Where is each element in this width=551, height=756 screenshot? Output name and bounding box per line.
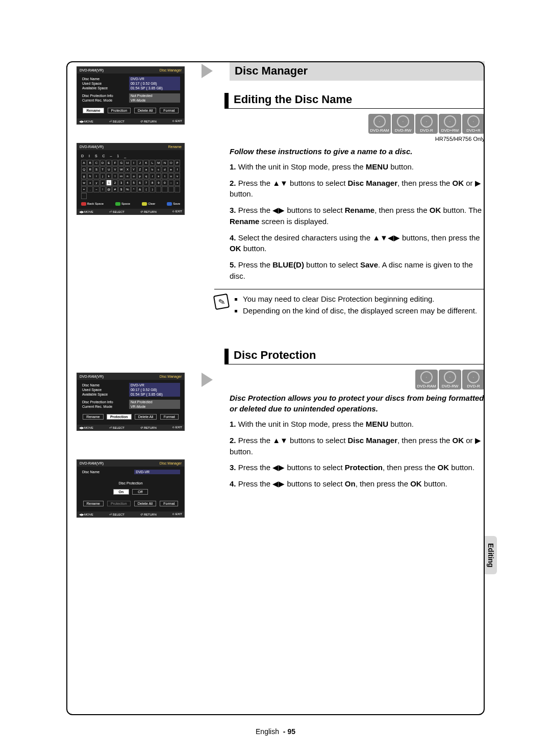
disc-badge: DVD-RAM [415,370,438,389]
intro-protect: Disc Protection allows you to protect yo… [230,393,485,415]
subheading-protect: Disc Protection [224,349,485,364]
disc-badge: DVD-RW [439,370,461,389]
section-title: Disc Manager [230,61,485,81]
osd-disc-manager-2: DVD-RAM(VR)Disc Manager Disc NameDVD-VR … [77,373,185,431]
disc-badge: DVD-R [462,370,485,389]
disc-badge: DVD-RAM [368,114,391,134]
note-icon: ✎ [213,293,230,309]
steps-edit: 1. With the unit in Stop mode, press the… [230,161,485,282]
page-footer: English - 95 [256,727,295,736]
disc-badge: DVD-RW [392,114,414,134]
note-item: You may need to clear Disc Protection be… [243,295,477,303]
disc-badge: DVD-R [415,114,438,134]
step-item: 4. Press the ◀▶ buttons to select On, th… [230,478,485,490]
step-item: 4. Select the desired characters using t… [230,232,485,255]
section-arrow-icon [202,64,213,78]
note-block: ✎ You may need to clear Disc Protection … [214,289,485,318]
osd-disc-manager: DVD-RAM(VR)Disc Manager Disc NameDVD-VR … [77,66,185,125]
notes-edit: You may need to clear Disc Protection be… [234,295,477,318]
osd-rename: DVD-RAM(VR)Rename D I S C – 1 _ ABCDEFGH… [77,143,185,215]
note-item: Depending on the kind of disc, the displ… [243,306,477,315]
disc-badges-edit: DVD-RAMDVD-RWDVD-RDVD+RWDVD+R [230,114,485,134]
step-item: 5. Press the BLUE(D) button to select Sa… [230,259,485,282]
osd-disc-protection: DVD-RAM(VR)Disc Manager Disc NameDVD-VR … [77,459,185,518]
disc-badge: DVD+R [462,114,485,134]
disc-badge: DVD+RW [439,114,461,134]
char-grid: ABCDEFGHIJKLMNOPQRSTUVWXYZabcdefghijklmn… [81,160,180,199]
step-item: 2. Press the ▲▼ buttons to select Disc M… [230,178,485,200]
section-arrow-icon [202,373,213,387]
step-item: 2. Press the ▲▼ buttons to select Disc M… [230,435,485,457]
side-tab: Editing [485,536,497,574]
step-item: 1. With the unit in Stop mode, press the… [230,419,485,430]
model-note: HR755/HR756 Only [230,136,485,142]
step-item: 3. Press the ◀▶ buttons to select Rename… [230,205,485,227]
disc-badges-protect: DVD-RAMDVD-RWDVD-R [230,370,485,389]
intro-edit: Follow these instructions to give a name… [230,146,485,157]
step-item: 1. With the unit in Stop mode, press the… [230,161,485,173]
steps-protect: 1. With the unit in Stop mode, press the… [230,419,485,490]
subheading-edit: Editing the Disc Name [224,93,485,109]
step-item: 3. Press the ◀▶ buttons to select Protec… [230,462,485,473]
